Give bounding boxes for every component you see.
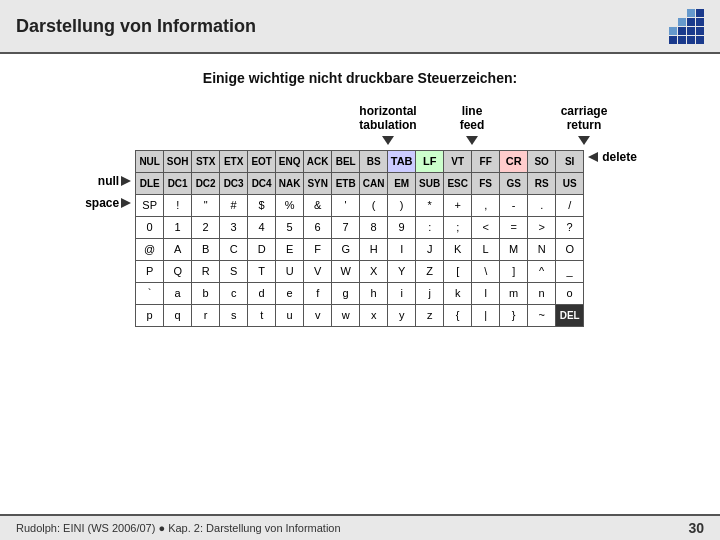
left-labels: null space xyxy=(83,170,133,214)
table-row: NULSOHSTXETXEOTENQACKBELBSTABLFVTFFCRSOS… xyxy=(136,150,584,172)
space-arrow xyxy=(121,198,131,208)
table-cell: DLE xyxy=(136,172,164,194)
table-cell: 6 xyxy=(304,216,332,238)
table-cell: n xyxy=(528,282,556,304)
table-cell: H xyxy=(360,238,388,260)
labels-row: horizontaltabulation linefeed carriagere… xyxy=(108,104,612,146)
table-cell: STX xyxy=(192,150,220,172)
table-cell: , xyxy=(472,194,500,216)
table-cell: 3 xyxy=(220,216,248,238)
table-cell: ENQ xyxy=(276,150,304,172)
table-cell: A xyxy=(164,238,192,260)
table-cell: Q xyxy=(164,260,192,282)
table-cell: j xyxy=(416,282,444,304)
null-label: null xyxy=(83,174,121,188)
table-row: `abcdefghijklmno xyxy=(136,282,584,304)
table-cell: 2 xyxy=(192,216,220,238)
table-cell: US xyxy=(556,172,584,194)
table-cell: Y xyxy=(388,260,416,282)
carriage-return-label: carriagereturn xyxy=(556,104,612,146)
table-cell: _ xyxy=(556,260,584,282)
table-cell: G xyxy=(332,238,360,260)
table-cell: L xyxy=(472,238,500,260)
table-cell: K xyxy=(444,238,472,260)
table-cell: 0 xyxy=(136,216,164,238)
table-cell: BS xyxy=(360,150,388,172)
table-cell: ` xyxy=(136,282,164,304)
table-cell: ) xyxy=(388,194,416,216)
footer-page-number: 30 xyxy=(688,520,704,536)
header-bar: Darstellung von Information xyxy=(0,0,720,54)
table-cell: Z xyxy=(416,260,444,282)
table-cell: . xyxy=(528,194,556,216)
table-cell: f xyxy=(304,282,332,304)
table-cell: e xyxy=(276,282,304,304)
table-cell: o xyxy=(556,282,584,304)
table-cell: % xyxy=(276,194,304,216)
table-cell: SUB xyxy=(416,172,444,194)
null-label-row: null xyxy=(83,170,133,192)
table-cell: a xyxy=(164,282,192,304)
table-cell: 8 xyxy=(360,216,388,238)
table-row: 0123456789:;<=>? xyxy=(136,216,584,238)
table-cell: ( xyxy=(360,194,388,216)
table-cell: DC2 xyxy=(192,172,220,194)
space-label-row: space xyxy=(83,192,133,214)
table-cell: BEL xyxy=(332,150,360,172)
horiz-tab-text: horizontaltabulation xyxy=(359,104,416,133)
table-cell: b xyxy=(192,282,220,304)
footer-left: Rudolph: EINI (WS 2006/07) ● Kap. 2: Dar… xyxy=(16,522,341,534)
table-cell: \ xyxy=(472,260,500,282)
table-cell: + xyxy=(444,194,472,216)
table-cell: EOT xyxy=(248,150,276,172)
table-cell: } xyxy=(500,304,528,326)
table-cell: V xyxy=(304,260,332,282)
table-cell: F xyxy=(304,238,332,260)
table-cell: ^ xyxy=(528,260,556,282)
table-cell: W xyxy=(332,260,360,282)
table-cell: @ xyxy=(136,238,164,260)
table-cell: LF xyxy=(416,150,444,172)
table-cell: SO xyxy=(528,150,556,172)
horiz-tab-arrow xyxy=(382,136,394,145)
table-cell: [ xyxy=(444,260,472,282)
table-cell: J xyxy=(416,238,444,260)
table-cell: CR xyxy=(500,150,528,172)
table-cell: E xyxy=(276,238,304,260)
table-cell: EM xyxy=(388,172,416,194)
horiz-tab-label: horizontaltabulation xyxy=(360,104,416,146)
table-cell: DC1 xyxy=(164,172,192,194)
table-cell: 7 xyxy=(332,216,360,238)
table-cell: k xyxy=(444,282,472,304)
page-title: Darstellung von Information xyxy=(16,16,256,37)
table-cell: ETX xyxy=(220,150,248,172)
space-label: space xyxy=(83,196,121,210)
table-cell: w xyxy=(332,304,360,326)
main-content: Einige wichtige nicht druckbare Steuerze… xyxy=(0,54,720,335)
table-cell: NAK xyxy=(276,172,304,194)
table-cell: 4 xyxy=(248,216,276,238)
table-cell: m xyxy=(500,282,528,304)
table-cell: y xyxy=(388,304,416,326)
table-cell: RS xyxy=(528,172,556,194)
logo-area xyxy=(644,8,704,44)
table-cell: SP xyxy=(136,194,164,216)
table-row: DLEDC1DC2DC3DC4NAKSYNETBCANEMSUBESCFSGSR… xyxy=(136,172,584,194)
line-feed-text: linefeed xyxy=(460,104,485,133)
table-cell: 9 xyxy=(388,216,416,238)
footer: Rudolph: EINI (WS 2006/07) ● Kap. 2: Dar… xyxy=(0,514,720,540)
delete-text: delete xyxy=(602,150,637,164)
table-cell: FF xyxy=(472,150,500,172)
table-cell: - xyxy=(500,194,528,216)
line-feed-label: linefeed xyxy=(444,104,500,146)
table-cell: C xyxy=(220,238,248,260)
table-cell: l xyxy=(472,282,500,304)
table-cell: ? xyxy=(556,216,584,238)
table-cell: / xyxy=(556,194,584,216)
table-cell: u xyxy=(276,304,304,326)
delete-arrow-icon xyxy=(588,152,598,162)
table-cell: O xyxy=(556,238,584,260)
table-cell: " xyxy=(192,194,220,216)
table-cell: N xyxy=(528,238,556,260)
table-cell: T xyxy=(248,260,276,282)
